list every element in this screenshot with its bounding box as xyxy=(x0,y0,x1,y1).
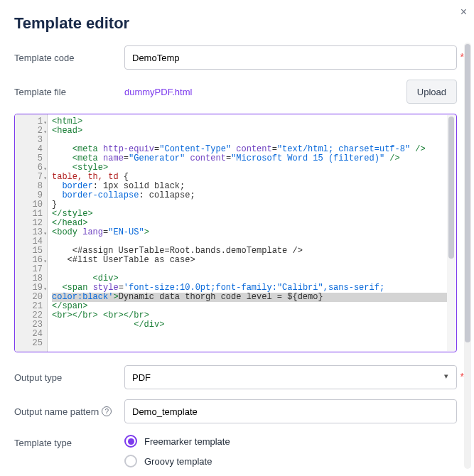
template-type-row: Template type Freemarker template Groovy… xyxy=(14,433,457,467)
dialog-scrollbar[interactable] xyxy=(464,43,471,469)
template-editor-dialog: × Template editor Template code * Templa… xyxy=(0,0,474,476)
template-code-input[interactable] xyxy=(124,45,457,70)
template-code-label: Template code xyxy=(14,53,124,63)
close-icon[interactable]: × xyxy=(460,6,467,18)
template-code-row: Template code * xyxy=(14,45,457,70)
output-type-row: Output type PDF * xyxy=(14,365,457,389)
code-editor[interactable]: 1234567891011121314151617181920212223242… xyxy=(14,114,457,352)
dialog-title: Template editor xyxy=(14,14,457,33)
output-name-input[interactable] xyxy=(124,399,457,423)
radio-icon xyxy=(124,455,137,467)
help-icon[interactable]: ? xyxy=(102,406,112,416)
template-file-name: dummyPDF.html xyxy=(124,87,192,97)
editor-scrollbar[interactable] xyxy=(447,115,456,351)
template-file-label: Template file xyxy=(14,87,124,97)
output-type-select[interactable]: PDF xyxy=(124,365,457,389)
editor-gutter: 1234567891011121314151617181920212223242… xyxy=(15,114,48,352)
radio-groovy[interactable]: Groovy template xyxy=(124,455,457,467)
output-type-label: Output type xyxy=(14,372,124,383)
output-name-label: Output name pattern ? xyxy=(14,406,124,417)
radio-label: Freemarker template xyxy=(144,436,230,447)
radio-freemarker[interactable]: Freemarker template xyxy=(124,435,457,448)
editor-content[interactable]: <html><head> <meta http-equiv="Content-T… xyxy=(48,114,456,352)
template-type-label: Template type xyxy=(14,433,124,448)
output-name-row: Output name pattern ? xyxy=(14,399,457,423)
radio-icon xyxy=(124,435,137,448)
radio-label: Groovy template xyxy=(144,456,212,467)
upload-button[interactable]: Upload xyxy=(406,80,457,104)
template-file-row: Template file dummyPDF.html Upload xyxy=(14,80,457,104)
